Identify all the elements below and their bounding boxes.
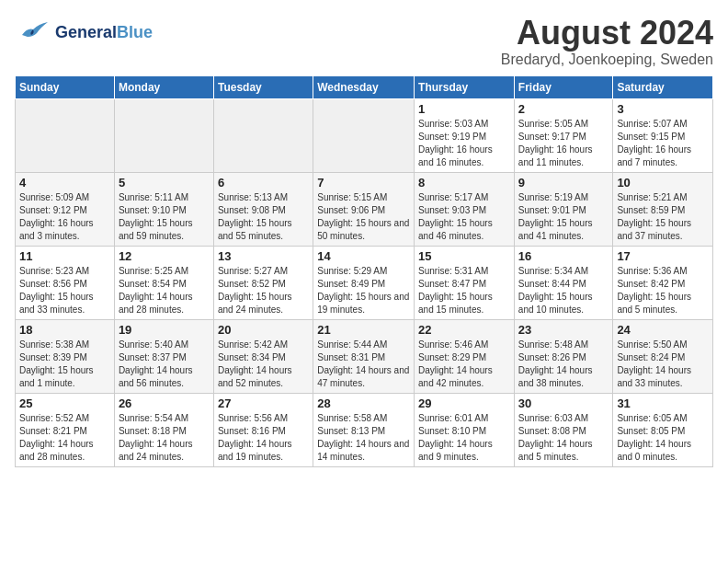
day-info: Sunrise: 6:05 AMSunset: 8:05 PMDaylight:… <box>617 412 709 464</box>
day-number: 21 <box>317 323 410 337</box>
day-number: 18 <box>19 323 110 337</box>
day-number: 31 <box>617 396 709 410</box>
day-number: 10 <box>617 176 709 190</box>
calendar-week-row: 4Sunrise: 5:09 AMSunset: 9:12 PMDaylight… <box>16 172 713 246</box>
day-number: 8 <box>418 176 510 190</box>
day-info: Sunrise: 5:21 AMSunset: 8:59 PMDaylight:… <box>617 191 709 243</box>
weekday-header-tuesday: Tuesday <box>213 75 313 98</box>
day-number: 2 <box>518 102 609 116</box>
calendar-cell: 3Sunrise: 5:07 AMSunset: 9:15 PMDaylight… <box>613 98 713 172</box>
day-info: Sunrise: 6:01 AMSunset: 8:10 PMDaylight:… <box>418 412 510 464</box>
day-info: Sunrise: 5:36 AMSunset: 8:42 PMDaylight:… <box>617 265 709 316</box>
title-section: August 2024 Bredaryd, Joenkoeping, Swede… <box>501 15 713 68</box>
day-info: Sunrise: 5:48 AMSunset: 8:26 PMDaylight:… <box>518 339 609 390</box>
day-info: Sunrise: 5:09 AMSunset: 9:12 PMDaylight:… <box>19 191 110 243</box>
day-info: Sunrise: 5:50 AMSunset: 8:24 PMDaylight:… <box>617 339 709 390</box>
calendar-cell: 23Sunrise: 5:48 AMSunset: 8:26 PMDayligh… <box>514 319 613 393</box>
day-number: 23 <box>518 323 609 337</box>
day-info: Sunrise: 5:05 AMSunset: 9:17 PMDaylight:… <box>518 118 609 169</box>
calendar-cell: 13Sunrise: 5:27 AMSunset: 8:52 PMDayligh… <box>213 246 313 319</box>
day-number: 4 <box>19 176 110 190</box>
day-number: 13 <box>218 249 309 263</box>
calendar-table: SundayMondayTuesdayWednesdayThursdayFrid… <box>15 75 713 467</box>
day-number: 11 <box>19 249 110 263</box>
calendar-cell: 24Sunrise: 5:50 AMSunset: 8:24 PMDayligh… <box>613 319 713 393</box>
month-year-title: August 2024 <box>501 15 713 52</box>
logo-text-block: GeneralBlue <box>55 24 153 42</box>
day-info: Sunrise: 5:52 AMSunset: 8:21 PMDaylight:… <box>19 412 110 464</box>
weekday-header-friday: Friday <box>514 75 613 98</box>
calendar-cell: 26Sunrise: 5:54 AMSunset: 8:18 PMDayligh… <box>114 393 213 466</box>
day-number: 9 <box>518 176 609 190</box>
day-number: 29 <box>418 396 510 410</box>
day-number: 26 <box>119 396 210 410</box>
calendar-cell: 21Sunrise: 5:44 AMSunset: 8:31 PMDayligh… <box>313 319 415 393</box>
day-number: 6 <box>218 176 309 190</box>
day-info: Sunrise: 5:25 AMSunset: 8:54 PMDaylight:… <box>119 265 210 316</box>
day-info: Sunrise: 5:34 AMSunset: 8:44 PMDaylight:… <box>518 265 609 316</box>
day-info: Sunrise: 5:54 AMSunset: 8:18 PMDaylight:… <box>119 412 210 464</box>
calendar-cell: 29Sunrise: 6:01 AMSunset: 8:10 PMDayligh… <box>415 393 515 466</box>
day-number: 19 <box>119 323 210 337</box>
day-number: 1 <box>418 102 510 116</box>
calendar-header-row: SundayMondayTuesdayWednesdayThursdayFrid… <box>16 75 713 98</box>
calendar-cell: 2Sunrise: 5:05 AMSunset: 9:17 PMDaylight… <box>514 98 613 172</box>
logo-icon <box>15 15 51 52</box>
day-number: 5 <box>119 176 210 190</box>
day-info: Sunrise: 5:29 AMSunset: 8:49 PMDaylight:… <box>317 265 410 316</box>
calendar-cell: 18Sunrise: 5:38 AMSunset: 8:39 PMDayligh… <box>16 319 115 393</box>
calendar-cell: 8Sunrise: 5:17 AMSunset: 9:03 PMDaylight… <box>415 172 515 246</box>
day-info: Sunrise: 5:42 AMSunset: 8:34 PMDaylight:… <box>218 339 309 390</box>
calendar-cell <box>114 98 213 172</box>
day-info: Sunrise: 5:03 AMSunset: 9:19 PMDaylight:… <box>418 118 510 169</box>
calendar-cell: 28Sunrise: 5:58 AMSunset: 8:13 PMDayligh… <box>313 393 415 466</box>
day-info: Sunrise: 5:19 AMSunset: 9:01 PMDaylight:… <box>518 191 609 243</box>
calendar-cell: 7Sunrise: 5:15 AMSunset: 9:06 PMDaylight… <box>313 172 415 246</box>
calendar-cell <box>313 98 415 172</box>
day-info: Sunrise: 5:17 AMSunset: 9:03 PMDaylight:… <box>418 191 510 243</box>
day-number: 3 <box>617 102 709 116</box>
day-number: 24 <box>617 323 709 337</box>
day-info: Sunrise: 5:44 AMSunset: 8:31 PMDaylight:… <box>317 339 410 390</box>
day-info: Sunrise: 5:15 AMSunset: 9:06 PMDaylight:… <box>317 191 410 243</box>
day-info: Sunrise: 5:13 AMSunset: 9:08 PMDaylight:… <box>218 191 309 243</box>
day-number: 28 <box>317 396 410 410</box>
day-number: 20 <box>218 323 309 337</box>
logo-general: General <box>55 23 117 41</box>
day-info: Sunrise: 5:58 AMSunset: 8:13 PMDaylight:… <box>317 412 410 464</box>
calendar-cell: 15Sunrise: 5:31 AMSunset: 8:47 PMDayligh… <box>415 246 515 319</box>
calendar-cell: 19Sunrise: 5:40 AMSunset: 8:37 PMDayligh… <box>114 319 213 393</box>
calendar-cell: 16Sunrise: 5:34 AMSunset: 8:44 PMDayligh… <box>514 246 613 319</box>
day-number: 14 <box>317 249 410 263</box>
calendar-cell: 22Sunrise: 5:46 AMSunset: 8:29 PMDayligh… <box>415 319 515 393</box>
calendar-cell: 10Sunrise: 5:21 AMSunset: 8:59 PMDayligh… <box>613 172 713 246</box>
weekday-header-sunday: Sunday <box>16 75 115 98</box>
day-number: 7 <box>317 176 410 190</box>
calendar-week-row: 18Sunrise: 5:38 AMSunset: 8:39 PMDayligh… <box>16 319 713 393</box>
day-info: Sunrise: 6:03 AMSunset: 8:08 PMDaylight:… <box>518 412 609 464</box>
calendar-cell: 4Sunrise: 5:09 AMSunset: 9:12 PMDaylight… <box>16 172 115 246</box>
calendar-cell: 6Sunrise: 5:13 AMSunset: 9:08 PMDaylight… <box>213 172 313 246</box>
calendar-cell <box>16 98 115 172</box>
weekday-header-monday: Monday <box>114 75 213 98</box>
calendar-cell: 14Sunrise: 5:29 AMSunset: 8:49 PMDayligh… <box>313 246 415 319</box>
day-number: 22 <box>418 323 510 337</box>
calendar-week-row: 1Sunrise: 5:03 AMSunset: 9:19 PMDaylight… <box>16 98 713 172</box>
day-number: 25 <box>19 396 110 410</box>
weekday-header-thursday: Thursday <box>415 75 515 98</box>
calendar-cell: 5Sunrise: 5:11 AMSunset: 9:10 PMDaylight… <box>114 172 213 246</box>
day-number: 30 <box>518 396 609 410</box>
day-number: 17 <box>617 249 709 263</box>
calendar-cell: 27Sunrise: 5:56 AMSunset: 8:16 PMDayligh… <box>213 393 313 466</box>
day-info: Sunrise: 5:46 AMSunset: 8:29 PMDaylight:… <box>418 339 510 390</box>
day-info: Sunrise: 5:38 AMSunset: 8:39 PMDaylight:… <box>19 339 110 390</box>
day-number: 15 <box>418 249 510 263</box>
day-number: 12 <box>119 249 210 263</box>
calendar-cell <box>213 98 313 172</box>
calendar-cell: 11Sunrise: 5:23 AMSunset: 8:56 PMDayligh… <box>16 246 115 319</box>
logo: GeneralBlue <box>15 15 153 52</box>
day-info: Sunrise: 5:40 AMSunset: 8:37 PMDaylight:… <box>119 339 210 390</box>
day-number: 27 <box>218 396 309 410</box>
calendar-cell: 30Sunrise: 6:03 AMSunset: 8:08 PMDayligh… <box>514 393 613 466</box>
day-info: Sunrise: 5:07 AMSunset: 9:15 PMDaylight:… <box>617 118 709 169</box>
